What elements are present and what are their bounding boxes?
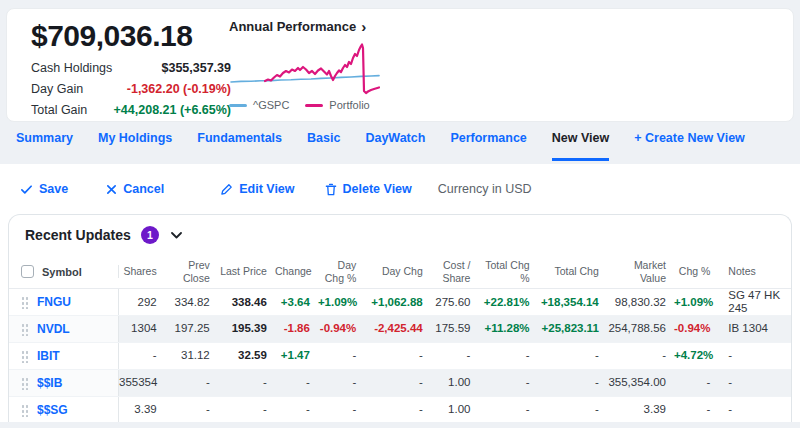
symbol-link-nvdl[interactable]: NVDL: [37, 322, 70, 336]
stat-value: $355,357.39: [161, 61, 231, 75]
value-cell: 254,788.56: [607, 322, 674, 335]
value-cell: 355,354.00: [607, 376, 674, 389]
column-header-total-chg-pct[interactable]: Total Chg %: [478, 259, 537, 283]
value-cell: -: [431, 349, 479, 362]
summary-stat-row: Cash Holdings$355,357.39: [31, 61, 231, 82]
column-header-symbol[interactable]: Symbol: [42, 266, 82, 278]
tab-performance[interactable]: Performance: [450, 131, 526, 158]
value-cell: -: [218, 376, 275, 389]
pencil-icon: [220, 183, 233, 196]
column-header-notes[interactable]: Notes: [718, 265, 791, 277]
tab-basic[interactable]: Basic: [307, 131, 340, 158]
table-row: NVDL1304197.25195.39-1.86-0.94%-2,425.44…: [9, 316, 791, 343]
notes-cell: -: [718, 349, 791, 362]
column-header-day-chg[interactable]: Day Chg: [364, 265, 431, 277]
drag-handle-icon[interactable]: [21, 376, 29, 390]
row-values: 355354-----1.00--355,354.00--: [119, 370, 791, 396]
value-cell: +11.28%: [478, 322, 537, 335]
drag-handle-icon[interactable]: [21, 349, 29, 363]
value-cell: -: [674, 403, 718, 416]
symbol-cell: $$SG: [9, 397, 119, 423]
value-cell: -: [538, 403, 607, 416]
check-icon: [20, 183, 33, 196]
row-values: 1304197.25195.39-1.86-0.94%-2,425.44175.…: [119, 316, 791, 342]
value-cell: +22.81%: [478, 296, 537, 309]
table-header-row: Symbol SharesPrev CloseLast PriceChangeD…: [9, 255, 791, 289]
value-cell: -: [364, 403, 431, 416]
symbol-link-ibit[interactable]: IBIT: [37, 349, 60, 363]
chart-title-label: Annual Performance: [229, 19, 356, 34]
drag-handle-icon[interactable]: [21, 322, 29, 336]
value-cell: 1304: [119, 322, 165, 335]
delete-view-button[interactable]: Delete View: [325, 182, 412, 196]
drag-handle-icon[interactable]: [21, 403, 29, 417]
value-cell: 334.82: [165, 296, 218, 309]
value-cell: -: [165, 376, 218, 389]
edit-view-button[interactable]: Edit View: [220, 182, 294, 196]
column-header-shares[interactable]: Shares: [119, 265, 165, 277]
value-cell: -: [364, 349, 431, 362]
portfolio-stats: Cash Holdings$355,357.39Day Gain-1,362.2…: [31, 61, 231, 124]
value-cell: 355354: [119, 376, 165, 389]
table-row: FNGU292334.82338.46+3.64+1.09%+1,062.882…: [9, 289, 791, 316]
tab-new-view[interactable]: New View: [552, 131, 609, 161]
notes-cell: SG 47 HK 245: [718, 289, 791, 315]
tab-create-new-view[interactable]: + Create New View: [634, 131, 745, 158]
legend-item: Portfolio: [305, 99, 369, 111]
column-header-last-price[interactable]: Last Price: [218, 265, 275, 277]
column-header-total-chg[interactable]: Total Chg: [538, 265, 607, 277]
value-cell: -: [119, 349, 165, 362]
select-all-checkbox[interactable]: [21, 265, 34, 278]
chevron-down-icon[interactable]: [169, 230, 184, 241]
symbol-link-fngu[interactable]: FNGU: [37, 295, 71, 309]
column-header-market-value[interactable]: Market Value: [607, 259, 674, 283]
table-row: $$SG3.39-----1.00--3.39--: [9, 397, 791, 423]
value-cell: 197.25: [165, 322, 218, 335]
table-row: IBIT-31.1232.59+1.47------+4.72%-: [9, 343, 791, 370]
value-cell: -2,425.44: [364, 322, 431, 335]
x-icon: [106, 184, 117, 195]
column-header-cost-share[interactable]: Cost / Share: [431, 259, 479, 283]
symbol-link-sssg[interactable]: $$SG: [37, 403, 68, 417]
stat-value: -1,362.20 (-0.19%): [127, 82, 231, 96]
column-header-day-chg-pct[interactable]: Day Chg %: [318, 259, 364, 283]
view-toolbar: SaveCancelEdit ViewDelete ViewCurrency i…: [0, 164, 800, 214]
value-cell: -: [478, 403, 537, 416]
trash-icon: [325, 183, 337, 196]
value-cell: +1.09%: [318, 296, 364, 309]
tab-summary[interactable]: Summary: [16, 131, 73, 158]
value-cell: 98,830.32: [607, 296, 674, 309]
value-cell: -0.94%: [674, 322, 718, 335]
portfolio-page: $709,036.18 Cash Holdings$355,357.39Day …: [0, 0, 800, 428]
drag-handle-icon[interactable]: [21, 295, 29, 309]
value-cell: -: [275, 376, 318, 389]
value-cell: 3.39: [607, 403, 674, 416]
tab-daywatch[interactable]: DayWatch: [365, 131, 425, 158]
symbol-link-ssib[interactable]: $$IB: [37, 376, 62, 390]
annual-performance-link[interactable]: Annual Performance ›: [229, 19, 397, 34]
portfolio-total-value: $709,036.18: [31, 19, 192, 53]
value-cell: -: [607, 349, 674, 362]
legend-label: ^GSPC: [253, 99, 289, 111]
view-tabs: SummaryMy HoldingsFundamentalsBasicDayWa…: [16, 131, 745, 164]
column-header-change[interactable]: Change: [275, 265, 318, 277]
value-cell: -: [364, 376, 431, 389]
column-header-prev-close[interactable]: Prev Close: [165, 259, 218, 283]
value-cell: -: [218, 403, 275, 416]
stat-value: +44,208.21 (+6.65%): [114, 103, 231, 117]
currency-indicator: Currency in USD: [438, 182, 532, 196]
table-row: $$IB355354-----1.00--355,354.00--: [9, 370, 791, 397]
save-button[interactable]: Save: [20, 182, 68, 196]
legend-item: ^GSPC: [229, 99, 289, 111]
value-cell: -: [318, 376, 364, 389]
value-cell: -: [478, 349, 537, 362]
value-cell: -: [165, 403, 218, 416]
value-cell: 3.39: [119, 403, 165, 416]
cancel-button[interactable]: Cancel: [106, 182, 164, 196]
column-header-chg-pct[interactable]: Chg %: [674, 265, 718, 277]
tab-my-holdings[interactable]: My Holdings: [98, 131, 172, 158]
recent-updates-header: Recent Updates 1: [9, 215, 791, 255]
action-label: Save: [39, 182, 68, 196]
tab-fundamentals[interactable]: Fundamentals: [197, 131, 282, 158]
symbol-cell: IBIT: [9, 343, 119, 369]
